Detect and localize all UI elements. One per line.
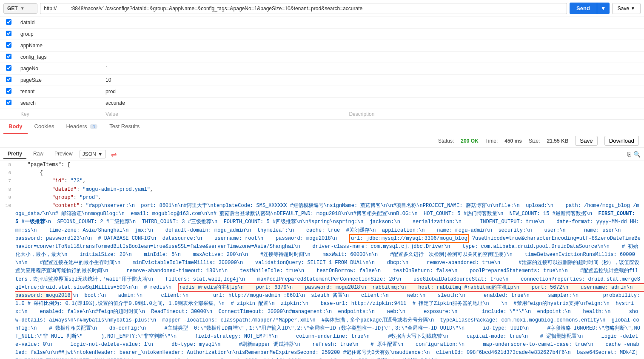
param-desc-6 bbox=[345, 86, 644, 98]
param-value-6[interactable]: prod bbox=[102, 86, 345, 98]
response-save-button[interactable]: Save bbox=[575, 136, 597, 146]
tab-headers[interactable]: Headers 4 bbox=[61, 120, 103, 134]
param-key-8: Key bbox=[17, 109, 102, 120]
size-value: 21.55 KB bbox=[547, 138, 569, 144]
method-label: GET bbox=[7, 6, 18, 11]
save-arrow-icon: ▼ bbox=[631, 6, 635, 11]
param-value-8: Value bbox=[102, 109, 345, 120]
tab-body[interactable]: Body bbox=[3, 120, 28, 134]
params-table: dataId group appName config_tags bbox=[0, 17, 644, 120]
search-button[interactable]: 🔍 bbox=[633, 151, 641, 158]
json-line-8: 8 "dataId": "mogu-admin-prod.yaml", bbox=[0, 186, 644, 194]
param-check-5[interactable] bbox=[0, 75, 17, 86]
line-content-9: "group": "prod", bbox=[15, 194, 644, 202]
tab-cookies[interactable]: Cookies bbox=[29, 120, 60, 134]
line-content-7: "id": "73", bbox=[15, 177, 644, 185]
param-key-2: appName bbox=[17, 40, 102, 52]
param-value-1[interactable] bbox=[102, 29, 345, 40]
time-value: 450 ms bbox=[504, 138, 522, 144]
format-type-label: JSON bbox=[83, 151, 96, 157]
param-key-4: pageNo bbox=[17, 63, 102, 75]
param-desc-7 bbox=[345, 98, 644, 109]
json-line-9: 9 "group": "prod", bbox=[0, 194, 644, 202]
param-check-1[interactable] bbox=[0, 29, 17, 40]
format-bar: Pretty Raw Preview JSON ▼ ⇌ ⎘ 🔍 bbox=[0, 148, 644, 161]
line-content-10: "content": "#app\nserver:\n port: 8601\n… bbox=[15, 202, 644, 359]
tab-test-results[interactable]: Test Results bbox=[104, 120, 145, 134]
line-number-5: 5 bbox=[0, 161, 15, 169]
url-bar: GET ▼ Send ▼ Save ▼ bbox=[0, 0, 644, 17]
method-select[interactable]: GET ▼ bbox=[3, 3, 37, 14]
format-tab-preview[interactable]: Preview bbox=[50, 149, 77, 159]
param-key-6: tenant bbox=[17, 86, 102, 98]
param-key-0: dataId bbox=[17, 17, 102, 29]
format-type-select[interactable]: JSON ▼ bbox=[80, 150, 106, 158]
time-label: Time: bbox=[485, 138, 498, 144]
param-desc-4 bbox=[345, 63, 644, 75]
json-content-area[interactable]: 5 "pageItems": [6 {7 "id": "73",8 "dataI… bbox=[0, 161, 644, 359]
param-key-5: pageSize bbox=[17, 75, 102, 86]
format-tab-raw[interactable]: Raw bbox=[29, 149, 48, 159]
status-bar: Status: 200 OK Time: 450 ms Size: 21.55 … bbox=[0, 134, 644, 148]
format-type-arrow-icon: ▼ bbox=[98, 151, 103, 157]
param-desc-0 bbox=[345, 17, 644, 29]
line-content-6: { bbox=[15, 169, 644, 177]
param-value-4[interactable]: 1 bbox=[102, 63, 345, 75]
send-dropdown-icon[interactable]: ▼ bbox=[597, 3, 610, 14]
param-key-7: search bbox=[17, 98, 102, 109]
save-label: Save bbox=[618, 6, 629, 11]
param-desc-1 bbox=[345, 29, 644, 40]
param-check-2[interactable] bbox=[0, 40, 17, 52]
url-input[interactable] bbox=[40, 3, 567, 14]
status-label: Status: bbox=[438, 138, 454, 144]
copy-button[interactable]: ⎘ bbox=[627, 151, 631, 158]
param-check-4[interactable] bbox=[0, 63, 17, 75]
param-desc-8: Description bbox=[345, 109, 644, 120]
json-line-5: 5 "pageItems": [ bbox=[0, 161, 644, 169]
line-number-6: 6 bbox=[0, 169, 15, 177]
param-check-7[interactable] bbox=[0, 98, 17, 109]
param-check-6[interactable] bbox=[0, 86, 17, 98]
response-download-button[interactable]: Download bbox=[604, 136, 639, 146]
line-content-5: "pageItems": [ bbox=[15, 161, 644, 169]
size-label: Size: bbox=[529, 138, 540, 144]
format-special-icon[interactable]: ⇌ bbox=[111, 150, 117, 158]
line-number-9: 9 bbox=[0, 194, 15, 202]
format-tab-pretty[interactable]: Pretty bbox=[3, 149, 26, 159]
param-check-3[interactable] bbox=[0, 52, 17, 63]
headers-badge: 4 bbox=[90, 124, 97, 129]
save-button[interactable]: Save ▼ bbox=[612, 3, 641, 14]
line-number-8: 8 bbox=[0, 186, 15, 194]
param-desc-3 bbox=[345, 52, 644, 63]
param-value-3[interactable] bbox=[102, 52, 345, 63]
param-check-8 bbox=[0, 109, 17, 120]
params-section: dataId group appName config_tags bbox=[0, 17, 644, 120]
json-line-10: 10 "content": "#app\nserver:\n port: 860… bbox=[0, 202, 644, 359]
status-value: 200 OK bbox=[461, 138, 478, 144]
param-key-3: config_tags bbox=[17, 52, 102, 63]
param-value-2[interactable] bbox=[102, 40, 345, 52]
line-number-10: 10 bbox=[0, 202, 15, 210]
param-value-0[interactable] bbox=[102, 17, 345, 29]
param-desc-5 bbox=[345, 75, 644, 86]
send-label: Send bbox=[570, 3, 597, 14]
body-tabs: Body Cookies Headers 4 Test Results bbox=[0, 120, 644, 134]
json-line-6: 6 { bbox=[0, 169, 644, 177]
line-number-7: 7 bbox=[0, 177, 15, 185]
param-key-1: group bbox=[17, 29, 102, 40]
param-value-7[interactable]: accurate bbox=[102, 98, 345, 109]
send-button[interactable]: Send ▼ bbox=[570, 3, 610, 14]
json-line-7: 7 "id": "73", bbox=[0, 177, 644, 185]
line-content-8: "dataId": "mogu-admin-prod.yaml", bbox=[15, 186, 644, 194]
method-arrow-icon: ▼ bbox=[20, 6, 25, 11]
param-check-0[interactable] bbox=[0, 17, 17, 29]
param-desc-2 bbox=[345, 40, 644, 52]
param-value-5[interactable]: 10 bbox=[102, 75, 345, 86]
